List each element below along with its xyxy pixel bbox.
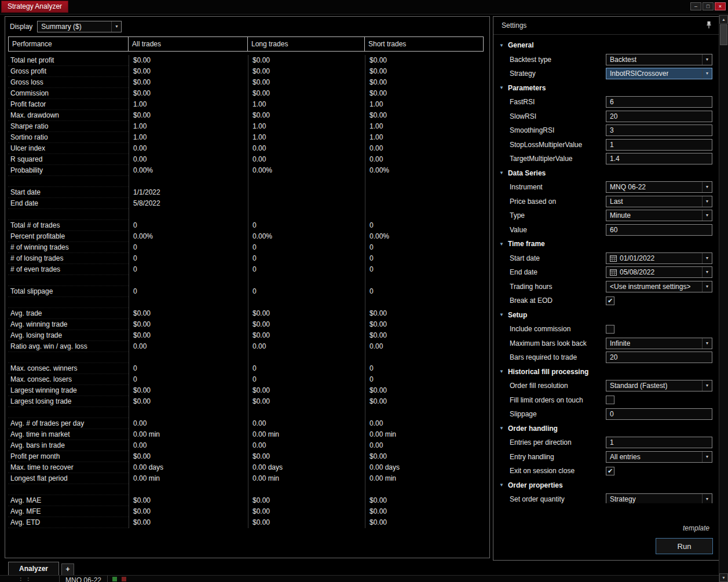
include-commission-checkbox[interactable] xyxy=(606,325,614,334)
metric-label xyxy=(8,297,129,308)
settings-section-order-handling[interactable]: ▼Order handling xyxy=(493,422,718,436)
run-button[interactable]: Run xyxy=(656,538,713,554)
setting-row: Slippage0 xyxy=(493,407,718,422)
setting-row: StrategyInbotRSICrossover▼ xyxy=(493,67,718,81)
table-row: # of losing trades000 xyxy=(8,253,486,264)
scrollbar-thumb[interactable] xyxy=(720,24,727,45)
metric-value: $0.00 xyxy=(365,66,484,77)
metric-label xyxy=(8,407,129,418)
fill-limit-orders-on-touch-checkbox[interactable] xyxy=(606,396,614,404)
slippage-input[interactable]: 0 xyxy=(606,408,712,420)
setting-label: Entries per direction xyxy=(510,438,606,446)
slowrsi-input[interactable]: 20 xyxy=(606,111,712,122)
close-button[interactable]: × xyxy=(715,2,726,10)
type-select[interactable]: Minute▼ xyxy=(606,210,712,221)
performance-table: Performance All trades Long trades Short… xyxy=(8,36,486,528)
scroll-down-button[interactable]: ▼ xyxy=(719,573,728,582)
metric-value: 0.00 min xyxy=(129,473,248,484)
end-date-select[interactable]: 05/08/2022▼ xyxy=(606,266,712,278)
table-row: Commission$0.00$0.00$0.00 xyxy=(8,88,486,99)
settings-section-data-series[interactable]: ▼Data Series xyxy=(493,166,718,181)
metric-value: $0.00 xyxy=(129,396,248,407)
setting-row: StopLossMultiplerValue1 xyxy=(493,138,718,152)
header-long-trades[interactable]: Long trades xyxy=(247,36,365,52)
stoplossmultiplervalue-input[interactable]: 1 xyxy=(606,139,712,151)
window-title-tab[interactable]: Strategy Analyzer xyxy=(1,1,68,13)
select-value: InbotRSICrossover xyxy=(610,69,668,78)
settings-section-time-frame[interactable]: ▼Time frame xyxy=(493,237,718,251)
metric-value: 1/1/2022 xyxy=(129,187,248,198)
table-row: Max. consec. losers000 xyxy=(8,374,486,385)
exit-on-session-close-checkbox[interactable]: ✔ xyxy=(606,467,614,475)
metric-value xyxy=(129,297,248,308)
maximum-bars-look-back-select[interactable]: Infinite▼ xyxy=(606,338,712,349)
window-controls: – □ × xyxy=(690,2,726,10)
metric-value xyxy=(365,407,484,418)
strategy-select[interactable]: InbotRSICrossover▼ xyxy=(606,68,712,79)
minimize-button[interactable]: – xyxy=(690,2,701,10)
select-value: 05/08/2022 xyxy=(610,268,654,276)
set-order-quantity-select[interactable]: Strategy▼ xyxy=(606,493,712,503)
fastrsi-input[interactable]: 6 xyxy=(606,96,712,108)
metric-value: 0.00 xyxy=(248,154,365,165)
metric-value: 1.00 xyxy=(129,121,248,132)
table-row xyxy=(8,275,486,286)
metric-value: $0.00 xyxy=(248,110,365,121)
select-text: Infinite xyxy=(610,339,630,347)
trading-hours-select[interactable]: <Use instrument settings>▼ xyxy=(606,281,712,292)
header-all-trades[interactable]: All trades xyxy=(128,36,248,52)
targetmultiplervalue-input[interactable]: 1.4 xyxy=(606,153,712,164)
metric-value: 0.00% xyxy=(365,165,484,176)
pin-icon[interactable] xyxy=(705,21,713,31)
settings-section-order-properties[interactable]: ▼Order properties xyxy=(493,478,718,493)
maximize-button[interactable]: □ xyxy=(703,2,714,10)
settings-section-parameters[interactable]: ▼Parameters xyxy=(493,81,718,96)
metric-value xyxy=(248,187,365,198)
table-row: Sharpe ratio1.001.001.00 xyxy=(8,121,486,132)
break-at-eod-checkbox[interactable]: ✔ xyxy=(606,297,614,305)
setting-label: SlowRSI xyxy=(510,112,606,120)
value-input[interactable]: 60 xyxy=(606,224,712,236)
backtest-type-select[interactable]: Backtest▼ xyxy=(606,54,712,65)
chevron-down-icon: ▼ xyxy=(702,452,712,462)
order-fill-resolution-select[interactable]: Standard (Fastest)▼ xyxy=(606,380,712,391)
metric-label xyxy=(8,352,129,363)
entries-per-direction-input[interactable]: 1 xyxy=(606,437,712,448)
metric-value: 1.00 xyxy=(365,121,484,132)
settings-section-general[interactable]: ▼General xyxy=(493,38,718,53)
metric-value: 0 xyxy=(129,253,248,264)
settings-scrollbar[interactable]: ▲ ▼ xyxy=(719,15,728,582)
select-value: Infinite xyxy=(610,339,630,347)
table-row: Sortino ratio1.001.001.00 xyxy=(8,132,486,143)
scroll-up-button[interactable]: ▲ xyxy=(719,15,728,24)
smoothingrsi-input[interactable]: 3 xyxy=(606,125,712,136)
metric-value: 0.00 xyxy=(129,154,248,165)
table-row: End date5/8/2022 xyxy=(8,198,486,209)
settings-section-setup[interactable]: ▼Setup xyxy=(493,308,718,323)
collapse-triangle-icon: ▼ xyxy=(499,482,504,488)
setting-label: Trading hours xyxy=(510,283,606,291)
tab-analyzer[interactable]: Analyzer xyxy=(8,562,59,576)
setting-row: SmoothingRSI3 xyxy=(493,123,718,138)
start-date-select[interactable]: 01/01/2022▼ xyxy=(606,252,712,264)
metric-value xyxy=(248,198,365,209)
metric-label: Ulcer index xyxy=(8,143,129,154)
collapse-triangle-icon: ▼ xyxy=(499,43,504,48)
add-tab-button[interactable]: + xyxy=(61,563,74,576)
header-short-trades[interactable]: Short trades xyxy=(364,36,484,52)
select-text: 05/08/2022 xyxy=(620,268,654,276)
metric-value: $0.00 xyxy=(129,110,248,121)
display-select[interactable]: Summary ($) ▼ xyxy=(37,21,122,32)
settings-section-historical-fill-processing[interactable]: ▼Historical fill processing xyxy=(493,365,718,379)
table-row: Largest losing trade$0.00$0.00$0.00 xyxy=(8,396,486,407)
bars-required-to-trade-input[interactable]: 20 xyxy=(606,352,712,363)
metric-label: Avg. MFE xyxy=(8,506,129,517)
entry-handling-select[interactable]: All entries▼ xyxy=(606,451,712,463)
metric-value xyxy=(365,484,484,495)
metric-label: Max. consec. losers xyxy=(8,374,129,385)
header-performance[interactable]: Performance xyxy=(8,36,129,52)
price-based-on-select[interactable]: Last▼ xyxy=(606,196,712,207)
instrument-select[interactable]: MNQ 06-22▼ xyxy=(606,181,712,193)
metric-value: $0.00 xyxy=(365,396,484,407)
metric-value xyxy=(248,297,365,308)
